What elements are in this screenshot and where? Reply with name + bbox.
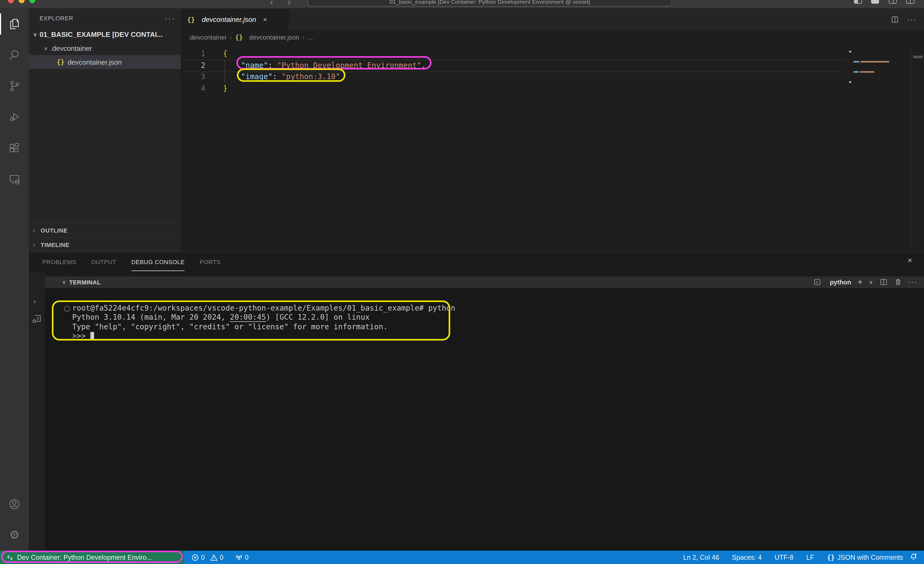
- activitybar-explorer[interactable]: [0, 9, 29, 39]
- terminal-more-actions-icon[interactable]: ···: [908, 278, 918, 286]
- search-icon: [8, 49, 21, 62]
- error-icon: [191, 554, 199, 561]
- close-window-button[interactable]: [8, 0, 14, 3]
- problems-status[interactable]: 0 0: [191, 554, 224, 561]
- toggle-sidebar-icon[interactable]: [854, 0, 862, 4]
- breadcrumb-item[interactable]: devcontainer.json: [249, 34, 299, 41]
- notifications-bell[interactable]: [910, 553, 924, 562]
- code-line-4[interactable]: 4}: [181, 82, 845, 94]
- gear-icon: ⚙: [9, 529, 20, 541]
- tree-item-root-folder[interactable]: ∨ 01_BASIC_EXAMPLE [DEV CONTAI...: [29, 27, 181, 41]
- editor-more-actions-icon[interactable]: ···: [907, 15, 916, 24]
- activitybar-search[interactable]: [0, 39, 29, 70]
- warning-count: 0: [220, 554, 224, 561]
- section-timeline[interactable]: › TIMELINE: [29, 237, 181, 252]
- overview-ruler[interactable]: [912, 44, 924, 252]
- navigate-back-button[interactable]: ‹: [270, 0, 273, 8]
- status-item-json-with-comments[interactable]: {}JSON with Comments: [827, 554, 903, 561]
- minimap[interactable]: [845, 44, 912, 252]
- line-content: "name": "Python Development Environment"…: [206, 60, 426, 71]
- terminal-content[interactable]: root@fa5224e4cfc9:/workspaces/vscode-pyt…: [45, 288, 924, 550]
- close-panel-icon[interactable]: ×: [908, 255, 912, 264]
- code-line-2[interactable]: 2 "name": "Python Development Environmen…: [181, 60, 845, 71]
- split-terminal-icon[interactable]: [879, 278, 887, 286]
- kill-terminal-trash-icon[interactable]: [894, 278, 902, 286]
- terminal-line-3: Type "help", "copyright", "credits" or "…: [72, 322, 455, 332]
- activitybar-remote-explorer[interactable]: [0, 164, 29, 195]
- chevron-down-icon[interactable]: ∨: [62, 279, 66, 285]
- split-layout-icon[interactable]: [889, 0, 897, 4]
- scrollbar-marker: [913, 56, 923, 58]
- file-label: devcontainer.json: [68, 58, 122, 66]
- sidebar-explorer: EXPLORER ··· ∨ 01_BASIC_EXAMPLE [DEV CON…: [29, 9, 181, 252]
- status-item-lf[interactable]: LF: [806, 554, 814, 561]
- close-tab-icon[interactable]: ×: [263, 15, 267, 24]
- panel-tab-output[interactable]: OUTPUT: [91, 252, 116, 272]
- remote-icon: [6, 554, 14, 561]
- ports-count: 0: [245, 554, 249, 561]
- radio-tower-icon: [235, 554, 243, 561]
- terminal-shell-icon: [813, 278, 821, 286]
- tree-item-devcontainer-json[interactable]: {} devcontainer.json: [29, 55, 181, 69]
- status-item-spaces-4[interactable]: Spaces: 4: [732, 554, 762, 561]
- tree-item-devcontainer-folder[interactable]: ∨ .devcontainer: [29, 41, 181, 55]
- titlebar: ‹ › 01_basic_example [Dev Container: Pyt…: [0, 0, 924, 9]
- remote-explorer-icon: [8, 172, 21, 186]
- status-item-utf-8[interactable]: UTF-8: [774, 554, 794, 561]
- section-outline[interactable]: › OUTLINE: [29, 223, 181, 237]
- debug-terminal-icon[interactable]: [31, 312, 43, 326]
- breadcrumb-item[interactable]: ...: [308, 34, 313, 41]
- activitybar-run-debug[interactable]: [0, 102, 29, 133]
- ports-status[interactable]: 0: [235, 554, 249, 561]
- panel: PROBLEMSOUTPUTDEBUG CONSOLEPORTS× ›: [29, 252, 924, 550]
- navigate-forward-button[interactable]: ›: [288, 0, 291, 8]
- json-file-icon: {}: [187, 16, 195, 23]
- zoom-window-button[interactable]: [29, 0, 35, 3]
- panel-tab-ports[interactable]: PORTS: [200, 252, 220, 272]
- code-editor[interactable]: 1{2 "name": "Python Development Environm…: [181, 44, 924, 252]
- terminal-line-1: root@fa5224e4cfc9:/workspaces/vscode-pyt…: [72, 303, 455, 313]
- customize-layout-icon[interactable]: [906, 0, 914, 4]
- code-line-3[interactable]: 3 "image": "python:3.10": [181, 71, 845, 82]
- split-editor-icon[interactable]: [891, 15, 898, 24]
- json-file-icon: {}: [235, 34, 243, 41]
- remote-indicator[interactable]: Dev Container: Python Development Enviro…: [0, 550, 184, 564]
- breadcrumb-separator: ›: [302, 34, 304, 40]
- activitybar-accounts[interactable]: [0, 489, 29, 520]
- folder-label: .devcontainer: [50, 44, 92, 52]
- terminal-header: ∨ TERMINAL python + ∨: [45, 276, 924, 288]
- workbench: ⚙ EXPLORER ··· ∨ 01_BASIC_EXAMPLE [DEV C…: [0, 9, 924, 550]
- minimize-window-button[interactable]: [19, 0, 25, 3]
- breadcrumb-item[interactable]: .devcontainer: [188, 34, 227, 41]
- remote-label: Dev Container: Python Development Enviro…: [17, 554, 152, 561]
- editor-group: {} devcontainer.json × ··· .devcontainer…: [181, 9, 924, 252]
- code-line-1[interactable]: 1{: [181, 48, 845, 60]
- activitybar-source-control[interactable]: [0, 70, 29, 102]
- command-center[interactable]: 01_basic_example [Dev Container: Python …: [308, 0, 672, 6]
- source-control-icon: [8, 80, 21, 93]
- root-folder-label: 01_BASIC_EXAMPLE [DEV CONTAI...: [40, 30, 162, 38]
- status-item-ln-2-col-46[interactable]: Ln 2, Col 46: [683, 554, 719, 561]
- run-and-debug-icon: [8, 111, 21, 123]
- panel-tab-problems[interactable]: PROBLEMS: [42, 252, 76, 272]
- activitybar-extensions[interactable]: [0, 133, 29, 164]
- terminal-line-2: Python 3.10.14 (main, Mar 20 2024, 20:00…: [72, 313, 455, 322]
- chevron-right-icon: ›: [33, 227, 40, 233]
- timeline-label: TIMELINE: [40, 242, 69, 248]
- chevron-right-icon[interactable]: ›: [34, 297, 36, 305]
- panel-tab-debug-console[interactable]: DEBUG CONSOLE: [131, 252, 185, 272]
- files-icon: [8, 18, 21, 30]
- sidebar-title: EXPLORER: [40, 15, 73, 21]
- command-decoration-icon[interactable]: [64, 306, 70, 311]
- line-number: 2: [181, 60, 206, 71]
- panel-side-rail: ›: [29, 272, 45, 550]
- explorer-more-actions-icon[interactable]: ···: [165, 14, 176, 22]
- toggle-panel-icon[interactable]: [871, 0, 879, 4]
- new-terminal-icon[interactable]: +: [858, 278, 863, 286]
- terminal-dropdown-icon[interactable]: ∨: [869, 279, 873, 285]
- outline-label: OUTLINE: [40, 227, 68, 233]
- tab-devcontainer-json[interactable]: {} devcontainer.json ×: [181, 9, 289, 30]
- activitybar-settings[interactable]: ⚙: [0, 520, 29, 550]
- chevron-down-icon: ∨: [44, 45, 50, 51]
- breadcrumb[interactable]: .devcontainer›{}devcontainer.json›...: [181, 30, 924, 44]
